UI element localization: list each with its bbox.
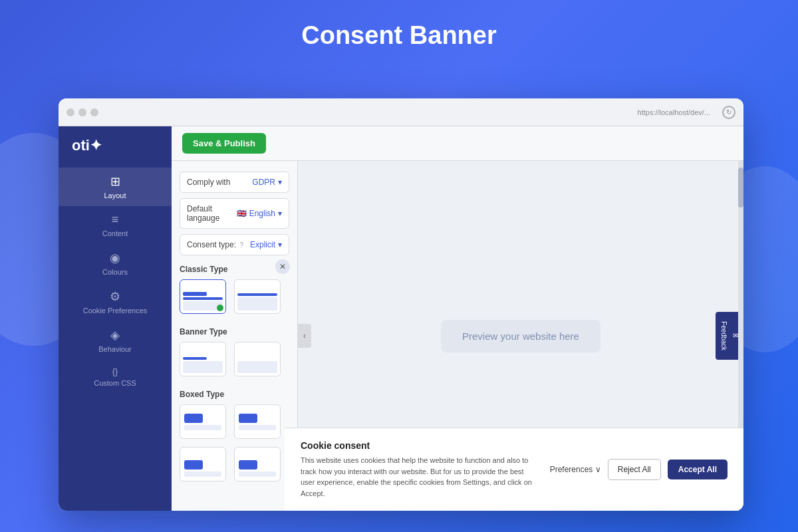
consent-type-label: Consent type: ? xyxy=(187,240,243,249)
sidebar-item-colours[interactable]: ◉ Colours xyxy=(59,244,172,283)
dot-2 xyxy=(78,108,86,116)
sidebar-item-content[interactable]: ≡ Content xyxy=(59,206,172,244)
consent-type-row[interactable]: Consent type: ? Explicit ▾ xyxy=(180,234,289,255)
sidebar-label-cookie-prefs: Cookie Preferences xyxy=(83,307,148,315)
selected-indicator xyxy=(217,305,223,311)
comply-with-label: Comply with xyxy=(187,178,230,187)
page-title: Consent Banner xyxy=(0,0,798,66)
layout-banner-option-1[interactable] xyxy=(180,342,226,376)
cookie-prefs-icon: ⚙ xyxy=(110,289,120,304)
preview-placeholder-text: Preview your website here xyxy=(441,320,600,352)
layout-boxed-option-1[interactable] xyxy=(180,404,226,439)
browser-dots xyxy=(66,108,98,116)
close-button[interactable]: ✕ xyxy=(275,259,290,274)
cookie-consent-banner: Cookie consent This website uses cookies… xyxy=(285,428,743,511)
feedback-label: Feedback xyxy=(720,321,728,350)
collapse-chevron-icon: ‹ xyxy=(303,331,306,340)
browser-bar: https://localhost/dev/... ↻ xyxy=(59,98,743,126)
language-chevron-icon: ▾ xyxy=(278,209,282,218)
classic-type-title: Classic Type xyxy=(180,265,289,274)
layout-classic-option-2[interactable] xyxy=(234,279,281,314)
content-icon: ≡ xyxy=(112,213,119,227)
custom-css-icon: {} xyxy=(112,366,118,376)
settings-panel: Comply with GDPR ▾ Default langauge 🇬🇧 E… xyxy=(172,161,298,511)
top-action-bar: Save & Publish xyxy=(172,126,743,161)
banner-type-title: Banner Type xyxy=(180,327,289,336)
accept-all-button[interactable]: Accept All xyxy=(668,460,728,479)
sidebar-label-colours: Colours xyxy=(102,268,128,276)
layout-boxed-option-3[interactable] xyxy=(180,447,226,481)
boxed-type-title: Boxed Type xyxy=(180,390,289,399)
layout-boxed-option-4[interactable] xyxy=(234,447,281,481)
browser-reload-icon[interactable]: ↻ xyxy=(722,106,735,119)
cookie-banner-description: This website uses cookies that help the … xyxy=(301,455,537,499)
layout-boxed-option-2[interactable] xyxy=(234,404,281,439)
sidebar-logo: oti✦ xyxy=(59,137,102,154)
sidebar-item-behaviour[interactable]: ◈ Behaviour xyxy=(59,321,172,360)
sidebar-label-behaviour: Behaviour xyxy=(98,345,132,353)
comply-with-value: GDPR ▾ xyxy=(252,178,282,187)
sidebar-item-cookie-preferences[interactable]: ⚙ Cookie Preferences xyxy=(59,283,172,321)
save-publish-button[interactable]: Save & Publish xyxy=(182,133,266,154)
cookie-banner-title: Cookie consent xyxy=(301,440,537,451)
preferences-button[interactable]: Preferences ∨ xyxy=(550,465,601,474)
consent-type-chevron-icon: ▾ xyxy=(278,240,282,249)
consent-type-help-icon: ? xyxy=(239,241,243,249)
comply-with-row[interactable]: Comply with GDPR ▾ xyxy=(180,172,289,193)
sidebar-label-custom-css: Custom CSS xyxy=(94,379,136,387)
sidebar-label-layout: Layout xyxy=(104,192,126,200)
layout-icon: ⊞ xyxy=(110,174,120,189)
sidebar-item-custom-css[interactable]: {} Custom CSS xyxy=(59,360,172,394)
dot-1 xyxy=(66,108,74,116)
sidebar-label-content: Content xyxy=(102,229,128,237)
default-language-value: 🇬🇧 English ▾ xyxy=(237,209,282,218)
sidebar-item-layout[interactable]: ⊞ Layout xyxy=(59,168,172,206)
scrollbar-thumb[interactable] xyxy=(738,168,743,207)
inner-layout: oti✦ ⊞ Layout ≡ Content ◉ Colours ⚙ Cook… xyxy=(59,126,743,511)
cookie-actions: Preferences ∨ Reject All Accept All xyxy=(550,459,728,480)
sidebar: oti✦ ⊞ Layout ≡ Content ◉ Colours ⚙ Cook… xyxy=(59,126,172,511)
browser-container: https://localhost/dev/... ↻ oti✦ ⊞ Layou… xyxy=(59,98,743,511)
collapse-panel-button[interactable]: ‹ xyxy=(298,324,311,348)
behaviour-icon: ◈ xyxy=(110,328,120,342)
dot-3 xyxy=(90,108,98,116)
reject-all-button[interactable]: Reject All xyxy=(608,459,661,480)
comply-with-chevron-icon: ▾ xyxy=(278,178,282,187)
colours-icon: ◉ xyxy=(110,251,120,265)
default-language-label: Default langauge xyxy=(187,204,237,223)
layout-banner-option-2[interactable] xyxy=(234,342,281,376)
default-language-row[interactable]: Default langauge 🇬🇧 English ▾ xyxy=(180,198,289,229)
cookie-text-block: Cookie consent This website uses cookies… xyxy=(301,440,537,499)
layout-classic-option-1[interactable] xyxy=(180,279,226,314)
right-panel: ✕ Save & Publish Comply with GDPR ▾ xyxy=(172,126,743,511)
browser-url: https://localhost/dev/... xyxy=(638,108,710,116)
consent-type-value: Explicit ▾ xyxy=(250,240,282,249)
